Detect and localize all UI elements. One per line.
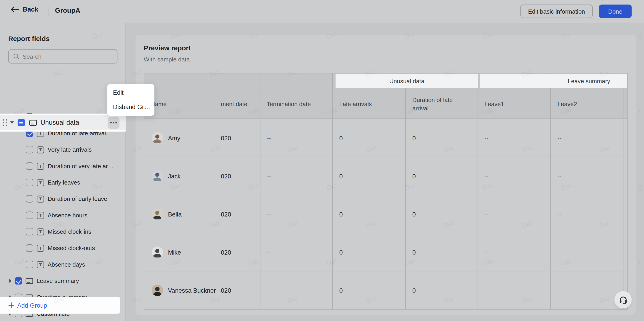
headset-icon: [618, 295, 628, 305]
field-type-icon: T: [37, 228, 44, 235]
tree-group-label: Leave summary: [36, 278, 79, 284]
cell-employment-date: 020: [219, 271, 260, 310]
folder-icon: [26, 278, 33, 285]
checkbox-unchecked-icon[interactable]: [26, 244, 34, 252]
checkbox-unchecked-icon[interactable]: [26, 146, 34, 154]
group-header-unusual-data: Unusual data: [336, 74, 478, 88]
cell-leave2: --: [551, 157, 624, 195]
employee-name: Jack: [168, 172, 181, 179]
col-header-name: Name: [144, 89, 219, 119]
tree-field-label: Absence hours: [48, 212, 88, 218]
employee-name: Amy: [168, 134, 180, 141]
tree-field-missed-clock-ins[interactable]: T Missed clock-ins: [0, 223, 126, 240]
tree-field-label: Very late arrivals: [48, 147, 92, 153]
table-row: Mike 020 -- 0 0 -- --: [144, 233, 627, 271]
cell-duration-of-late-arrival: 0: [406, 157, 478, 195]
cell-employment-date: 020: [219, 157, 260, 195]
preview-title: Preview report: [144, 44, 191, 52]
top-bar: Back GroupA Edit basic information Done: [0, 0, 644, 23]
group-context-menu: Edit Disband Gr…: [107, 84, 154, 116]
tree-field-duration-of-very-late-arrival[interactable]: T Duration of very late ar…: [0, 158, 126, 174]
checkbox-unchecked-icon[interactable]: [26, 195, 34, 203]
back-label: Back: [22, 6, 38, 13]
avatar: [152, 208, 163, 220]
help-support-button[interactable]: [614, 291, 632, 308]
edit-basic-information-button[interactable]: Edit basic information: [520, 4, 593, 18]
report-fields-sidebar: Report fields Search Unusual dat: [0, 23, 126, 321]
table-row: Jack 020 -- 0 0 -- --: [144, 157, 627, 195]
col-header-leave1: Leave1: [478, 89, 551, 119]
tree-field-missed-clock-outs[interactable]: T Missed clock-outs: [0, 240, 126, 256]
checkbox-unusual-data[interactable]: [18, 119, 25, 127]
done-button[interactable]: Done: [599, 4, 632, 18]
drag-handle-icon[interactable]: [3, 119, 7, 126]
col-header-termination-date: Termination date: [260, 89, 333, 119]
employee-name: Bella: [168, 211, 182, 218]
cell-leave1: --: [478, 195, 551, 233]
col-header-employment-date: ment date: [219, 89, 260, 119]
cell-duration-of-late-arrival: 0: [406, 271, 478, 310]
field-type-icon: T: [37, 245, 44, 252]
tree-field-early-leaves[interactable]: T Early leaves: [0, 174, 126, 191]
col-header-duration-of-late-arrival: Duration of late arrival: [406, 89, 478, 119]
caret-right-icon[interactable]: [9, 279, 12, 283]
checkbox-unchecked-icon[interactable]: [26, 261, 34, 268]
tree-field-label: Missed clock-ins: [48, 228, 91, 235]
fields-tree: Unusual data T Late arrivals T Duration …: [0, 69, 126, 321]
field-type-icon: T: [37, 146, 44, 153]
cell-duration-of-late-arrival: 0: [406, 195, 478, 233]
cell-employment-date: 020: [219, 233, 260, 271]
back-button[interactable]: Back: [11, 6, 38, 13]
tree-field-absence-hours[interactable]: T Absence hours: [0, 207, 126, 223]
checkbox-unchecked-icon[interactable]: [26, 211, 34, 219]
add-group-button[interactable]: Add Group: [0, 297, 120, 314]
cell-employment-date: 020: [219, 119, 260, 157]
field-type-icon: T: [37, 261, 44, 268]
tree-field-label: Early leaves: [48, 179, 80, 186]
tree-field-label: Missed clock-outs: [48, 245, 95, 251]
more-options-button[interactable]: [108, 117, 120, 129]
spotlight-unusual-data: Unusual data: [0, 114, 126, 132]
field-type-icon: T: [37, 162, 44, 169]
topbar-divider: [48, 7, 48, 16]
caret-down-icon[interactable]: [10, 121, 14, 124]
tree-field-absence-days[interactable]: T Absence days: [0, 256, 126, 273]
field-type-icon: T: [37, 212, 44, 219]
preview-subtitle: With sample data: [144, 56, 190, 63]
menu-item-edit[interactable]: Edit: [107, 85, 154, 100]
checkbox-unchecked-icon[interactable]: [26, 162, 34, 170]
tree-field-duration-of-early-leave[interactable]: T Duration of early leave: [0, 191, 126, 207]
cell-late-arrivals: 0: [333, 119, 406, 157]
cell-termination-date: --: [260, 195, 333, 233]
cell-late-arrivals: 0: [333, 195, 406, 233]
search-input[interactable]: Search: [8, 49, 118, 63]
tree-group-unusual-data[interactable]: Unusual data: [0, 115, 126, 130]
checkbox-checked-icon[interactable]: [15, 277, 22, 285]
sidebar-title: Report fields: [8, 35, 50, 43]
checkbox-unchecked-icon[interactable]: [26, 179, 34, 186]
col-header-clipped: [624, 89, 627, 119]
search-icon: [13, 53, 19, 59]
folder-icon: [29, 119, 37, 126]
employee-name: Mike: [168, 249, 181, 256]
tree-field-very-late-arrivals[interactable]: T Very late arrivals: [0, 142, 126, 158]
cell-termination-date: --: [260, 119, 333, 157]
avatar: [152, 246, 163, 258]
field-type-icon: T: [37, 179, 44, 186]
avatar: [152, 170, 163, 182]
table-row: Bella 020 -- 0 0 -- --: [144, 195, 627, 233]
table-header-row: Name ment date Termination date Late arr…: [144, 89, 627, 119]
cell-termination-date: --: [260, 233, 333, 271]
cell-employment-date: 020: [219, 195, 260, 233]
cell-leave1: --: [478, 157, 551, 195]
cell-termination-date: --: [260, 157, 333, 195]
checkbox-unchecked-icon[interactable]: [26, 228, 34, 236]
cell-duration-of-late-arrival: 0: [406, 233, 478, 271]
cell-late-arrivals: 0: [333, 233, 406, 271]
tree-group-leave-summary[interactable]: Leave summary: [0, 273, 126, 289]
avatar: [152, 285, 163, 296]
menu-item-disband-group[interactable]: Disband Gr…: [107, 100, 154, 114]
col-header-leave2: Leave2: [551, 89, 624, 119]
tree-group-label: Unusual data: [40, 119, 79, 127]
cell-late-arrivals: 0: [333, 157, 406, 195]
